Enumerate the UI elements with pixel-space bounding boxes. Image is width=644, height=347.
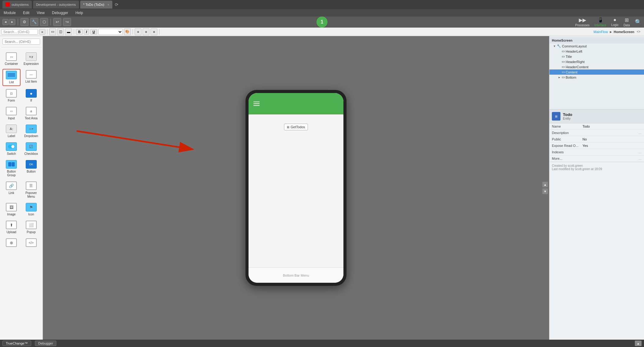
expand-indexes-icon[interactable]: …: [638, 151, 642, 154]
widget-image[interactable]: 🖼 Image: [2, 202, 21, 218]
tab-close-icon[interactable]: ×: [107, 3, 109, 6]
redo-button[interactable]: ↪: [63, 18, 71, 26]
italic-button[interactable]: I: [84, 29, 89, 35]
toolbar-search[interactable]: 🔍: [635, 19, 642, 25]
hamburger-menu[interactable]: [253, 102, 260, 106]
prop-name-key: Name: [552, 125, 582, 128]
widget-icon[interactable]: ⚑ Icon: [22, 202, 40, 218]
undo-button[interactable]: ↩: [53, 18, 61, 26]
tab-refresh-icon[interactable]: ⟳: [115, 2, 118, 7]
widget-label[interactable]: A: Label: [2, 123, 21, 139]
scroll-top-btn[interactable]: ▲: [635, 341, 642, 346]
scroll-down-btn[interactable]: ▼: [542, 188, 548, 194]
tree-item-header-content[interactable]: ▭ HeaderContent: [549, 64, 644, 69]
menu-debugger[interactable]: Debugger: [51, 10, 69, 16]
tab-todo-label: * ToDo (ToDo): [83, 3, 104, 6]
tab-todo[interactable]: * ToDo (ToDo) ×: [80, 1, 112, 9]
headercontent-icon: ▭: [562, 65, 565, 69]
tab-development[interactable]: Development - outsystems: [33, 1, 79, 9]
tab-outsystems-label: outsystems: [12, 3, 29, 6]
toolbar-interface[interactable]: 📱 Interface: [594, 17, 606, 27]
common-layout-icon: 🔧: [557, 44, 561, 48]
widget-form[interactable]: ⊡ Form: [2, 88, 21, 104]
tab-outsystems[interactable]: outsystems: [2, 1, 32, 9]
toolbar-processes[interactable]: ▶▶ Processes: [575, 17, 590, 27]
main-layout: ▭ Container x.y Expression List — Lis: [0, 36, 644, 340]
prop-more-key: More...: [552, 157, 582, 160]
prop-more[interactable]: More... …: [549, 155, 644, 162]
tree-item-common-layout[interactable]: ▼ 🔧 Common\Layout: [549, 43, 644, 49]
last-modified: Last modified by scott.green at 18:09: [552, 167, 642, 171]
toggle-bottom[interactable]: ►: [558, 76, 562, 79]
interface-label: Interface: [594, 24, 606, 27]
get-todos-icon: ⊞: [287, 125, 289, 129]
tree-item-header-left[interactable]: ▭ HeaderLeft: [549, 49, 644, 54]
widget-checkbox[interactable]: ☑ Checkbox: [22, 141, 40, 157]
bold-button[interactable]: B: [76, 29, 83, 35]
back-button[interactable]: ◄: [2, 19, 9, 25]
breadcrumb: MainFlow ► HomeScreen <>: [161, 30, 643, 34]
breadcrumb-arrow: ►: [609, 30, 612, 34]
prop-public-key: Public: [552, 137, 582, 141]
menu-view[interactable]: View: [36, 10, 46, 16]
align-right-button[interactable]: ≡: [151, 28, 157, 35]
font-dropdown[interactable]: [98, 29, 123, 35]
underline-button[interactable]: U: [90, 29, 97, 35]
format-search-box[interactable]: Search... (Ctrl+E): [1, 29, 38, 35]
debugger-button[interactable]: Debugger: [35, 341, 56, 346]
widget-textarea[interactable]: a Text Area: [22, 106, 40, 121]
tree-item-header-right[interactable]: ▭ HeaderRight: [549, 59, 644, 64]
toolbar: ◄ ► ⚙ 🔧 ⬡ ↩ ↪ 1 ▶▶ Processes 📱 Interface…: [0, 17, 644, 28]
layout-btn-3[interactable]: ▬: [65, 28, 72, 35]
widget-list-item[interactable]: — List Item: [22, 69, 40, 86]
breadcrumb-nav-icon[interactable]: <>: [637, 30, 640, 33]
widget-extra2[interactable]: </>: [22, 237, 40, 249]
widget-button-group[interactable]: Button Group: [2, 159, 21, 178]
widget-expression[interactable]: x.y Expression: [22, 51, 40, 67]
toggle-common[interactable]: ▼: [553, 45, 557, 48]
layout-btn-2[interactable]: ◫: [57, 28, 64, 35]
widget-list[interactable]: List: [2, 69, 21, 86]
truechange-button[interactable]: TrueChange™: [2, 341, 31, 346]
tree-item-content[interactable]: ▭ Content: [549, 69, 644, 75]
prop-public: Public No: [549, 136, 644, 143]
menu-module[interactable]: Module: [2, 10, 17, 16]
breadcrumb-parent[interactable]: MainFlow: [593, 30, 608, 34]
layout-btn-1[interactable]: ▭: [49, 28, 56, 35]
widget-search-input[interactable]: [2, 39, 40, 45]
toolbar-data[interactable]: ⊞ Data: [623, 17, 630, 27]
widget-button[interactable]: OK Button: [22, 159, 40, 178]
widget-popup[interactable]: ⬜ Popup: [22, 219, 40, 235]
forward-button[interactable]: ►: [9, 19, 15, 25]
phone-content: ⊞ GetTodos: [249, 114, 343, 267]
dropdown-label: Dropdown: [24, 134, 38, 138]
widget-switch[interactable]: Switch: [2, 141, 21, 157]
align-left-button[interactable]: ≡: [135, 28, 141, 35]
collapse-button[interactable]: «: [39, 29, 45, 35]
settings-button[interactable]: ⚙: [21, 18, 28, 26]
expand-more-icon[interactable]: …: [638, 157, 642, 160]
expand-description-icon[interactable]: …: [638, 131, 642, 135]
tree-item-title[interactable]: ▭ Title: [549, 54, 644, 59]
toolbar-logic[interactable]: ● Logic: [611, 17, 619, 27]
widget-upload[interactable]: ⬆ Upload: [2, 219, 21, 235]
menu-edit[interactable]: Edit: [22, 10, 31, 16]
menu-help[interactable]: Help: [74, 10, 84, 16]
widget-container[interactable]: ▭ Container: [2, 51, 21, 67]
widget-dropdown[interactable]: ▭▾ Dropdown: [22, 123, 40, 139]
color-button[interactable]: 🎨: [124, 28, 131, 35]
widget-input[interactable]: ▭ Input: [2, 106, 21, 121]
widget-link[interactable]: 🔗 Link: [2, 180, 21, 200]
prop-description[interactable]: Description …: [549, 130, 644, 136]
build-button[interactable]: 🔧: [30, 18, 38, 26]
widget-popover-menu[interactable]: ☰ Popover Menu: [22, 180, 40, 200]
compare-button[interactable]: ⬡: [40, 18, 48, 26]
prop-indexes[interactable]: Indexes …: [549, 149, 644, 155]
widget-if[interactable]: ◆ If: [22, 88, 40, 104]
tree-item-bottom[interactable]: ► ▭ Bottom: [549, 75, 644, 80]
align-center-button[interactable]: ≡: [143, 28, 149, 35]
widget-extra1[interactable]: ⊕: [2, 237, 21, 249]
run-button[interactable]: 1: [316, 17, 328, 28]
scroll-up-btn[interactable]: ▲: [542, 182, 548, 187]
popup-label: Popup: [27, 230, 36, 234]
